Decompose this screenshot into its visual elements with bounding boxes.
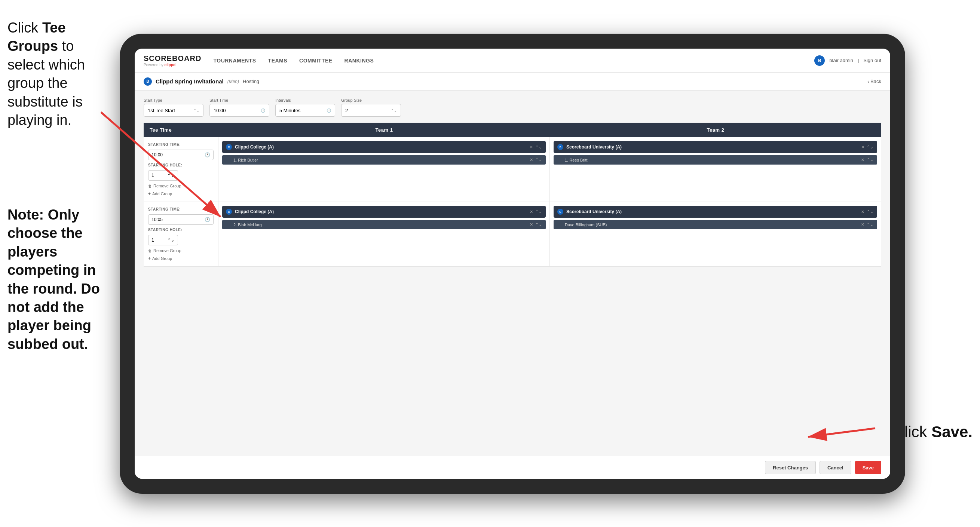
start-time-value: 10:00 [213, 108, 226, 113]
starting-time-label-2: STARTING TIME: [148, 207, 213, 211]
player2-arrow-1[interactable]: ⌃⌄ [867, 158, 873, 162]
starting-time-label-1: STARTING TIME: [148, 143, 213, 146]
hole-arrow-2: ⌃⌄ [167, 237, 175, 243]
team2-player-controls-1: ✕ ⌃⌄ [861, 158, 873, 162]
starting-time-input-1[interactable]: 10:00 🕐 [148, 150, 213, 160]
start-type-input[interactable]: 1st Tee Start ⌃⌄ [144, 104, 204, 117]
start-time-label: Start Time [210, 98, 269, 102]
team1-x-1[interactable]: ✕ [530, 145, 533, 150]
subheader-left: B Clippd Spring Invitational (Men) Hosti… [144, 77, 259, 86]
navbar: SCOREBOARD Powered by clippd TOURNAMENTS… [135, 49, 890, 73]
team2-card-left-2: S Scoreboard University (A) [557, 209, 622, 215]
starting-hole-input-2[interactable]: 1 ⌃⌄ [148, 235, 178, 245]
team2-controls-2: ✕ ⌃⌄ [861, 209, 873, 214]
team2-card-1[interactable]: S Scoreboard University (A) ✕ ⌃⌄ [554, 141, 877, 153]
team2-x-2[interactable]: ✕ [861, 209, 864, 214]
logo-powered: Powered by clippd [144, 63, 201, 67]
team2-player-1[interactable]: 1. Rees Britt ✕ ⌃⌄ [554, 155, 877, 165]
tee-group-row-2: STARTING TIME: 10:05 🕐 STARTING HOLE: 1 … [144, 202, 881, 267]
team1-player-1[interactable]: 1. Rich Butler ✕ ⌃⌄ [222, 155, 546, 165]
team1-controls-1: ✕ ⌃⌄ [530, 145, 542, 150]
tablet-screen: SCOREBOARD Powered by clippd TOURNAMENTS… [135, 49, 890, 479]
player1-x-2[interactable]: ✕ [530, 222, 533, 227]
note-label: Note: Only choose the players competing … [8, 207, 100, 352]
player2-arrow-2[interactable]: ⌃⌄ [867, 222, 873, 227]
start-type-arrow: ⌃⌄ [193, 108, 199, 113]
intervals-input[interactable]: 5 Minutes 🕐 [275, 104, 335, 117]
team1-dot-2: C [226, 209, 232, 215]
group-size-value: 2 [345, 108, 348, 113]
team2-player-2[interactable]: Dave Billingham (SUB) ✕ ⌃⌄ [554, 220, 877, 229]
nav-rankings[interactable]: RANKINGS [345, 57, 374, 64]
nav-tournaments[interactable]: TOURNAMENTS [213, 57, 256, 64]
remove-group-btn-2[interactable]: Remove Group [148, 248, 213, 253]
sign-out-link[interactable]: Sign out [863, 57, 881, 63]
player1-x-1[interactable]: ✕ [530, 158, 533, 162]
team2-arrow-1[interactable]: ⌃⌄ [867, 145, 873, 150]
remove-group-btn-1[interactable]: Remove Group [148, 184, 213, 188]
note-text: Note: Only choose the players competing … [0, 198, 116, 361]
player1-arrow-2[interactable]: ⌃⌄ [535, 222, 542, 227]
starting-hole-label-1: STARTING HOLE: [148, 163, 213, 167]
hole-arrow-1: ⌃⌄ [167, 173, 175, 178]
col-team2: Team 2 [550, 123, 881, 137]
team1-card-left-2: C Clippd College (A) [226, 209, 274, 215]
team1-arrow-2[interactable]: ⌃⌄ [535, 209, 542, 214]
team2-dot-1: S [557, 144, 563, 150]
team2-name-1: Scoreboard University (A) [566, 144, 622, 150]
team1-name-1: Clippd College (A) [235, 144, 274, 150]
logo-area: SCOREBOARD Powered by clippd [144, 54, 201, 67]
start-time-input[interactable]: 10:00 🕐 [210, 104, 269, 117]
team1-cell-1: C Clippd College (A) ✕ ⌃⌄ 1. Rich Butler… [218, 137, 550, 202]
team2-dot-2: S [557, 209, 563, 215]
start-time-field: Start Time 10:00 🕐 [210, 98, 269, 117]
team2-card-2[interactable]: S Scoreboard University (A) ✕ ⌃⌄ [554, 206, 877, 218]
intervals-value: 5 Minutes [279, 108, 301, 113]
team1-player-2[interactable]: 2. Blair McHarg ✕ ⌃⌄ [222, 220, 546, 229]
tablet-device: SCOREBOARD Powered by clippd TOURNAMENTS… [120, 33, 905, 494]
tee-table-header: Tee Time Team 1 Team 2 [144, 123, 881, 137]
add-group-btn-1[interactable]: Add Group [148, 191, 213, 196]
tee-group-left-2: STARTING TIME: 10:05 🕐 STARTING HOLE: 1 … [144, 202, 218, 266]
player2-x-1[interactable]: ✕ [861, 158, 864, 162]
start-time-clock-icon: 🕐 [261, 108, 265, 113]
team1-card-1[interactable]: C Clippd College (A) ✕ ⌃⌄ [222, 141, 546, 153]
starting-time-input-2[interactable]: 10:05 🕐 [148, 214, 213, 225]
player2-x-2[interactable]: ✕ [861, 222, 864, 227]
nav-teams[interactable]: TEAMS [268, 57, 288, 64]
team2-name-2: Scoreboard University (A) [566, 209, 622, 214]
team1-card-2[interactable]: C Clippd College (A) ✕ ⌃⌄ [222, 206, 546, 218]
team1-cell-2: C Clippd College (A) ✕ ⌃⌄ 2. Blair McHar… [218, 202, 550, 266]
team2-arrow-2[interactable]: ⌃⌄ [867, 209, 873, 214]
team1-card-left-1: C Clippd College (A) [226, 144, 274, 150]
time-icon-1: 🕐 [205, 152, 210, 158]
nav-right: B blair admin | Sign out [814, 55, 881, 66]
team1-arrow-1[interactable]: ⌃⌄ [535, 145, 542, 150]
reset-button[interactable]: Reset Changes [765, 461, 816, 474]
col-team1: Team 1 [218, 123, 550, 137]
group-size-field: Group Size 2 ⌃⌄ [341, 98, 401, 117]
cancel-button[interactable]: Cancel [819, 461, 851, 474]
settings-row: Start Type 1st Tee Start ⌃⌄ Start Time 1… [144, 98, 881, 117]
start-type-field: Start Type 1st Tee Start ⌃⌄ [144, 98, 204, 117]
player1-arrow-1[interactable]: ⌃⌄ [535, 158, 542, 162]
main-content: Start Type 1st Tee Start ⌃⌄ Start Time 1… [135, 91, 890, 456]
add-group-btn-2[interactable]: Add Group [148, 256, 213, 261]
back-link[interactable]: Back [867, 78, 881, 84]
user-avatar: B [814, 55, 825, 66]
starting-hole-input-1[interactable]: 1 ⌃⌄ [148, 170, 178, 181]
team1-x-2[interactable]: ✕ [530, 209, 533, 214]
team1-controls-2: ✕ ⌃⌄ [530, 209, 542, 214]
group-size-input[interactable]: 2 ⌃⌄ [341, 104, 401, 117]
team1-dot-1: C [226, 144, 232, 150]
team2-x-1[interactable]: ✕ [861, 145, 864, 150]
team2-controls-1: ✕ ⌃⌄ [861, 145, 873, 150]
user-name: blair admin [829, 57, 853, 63]
intervals-field: Intervals 5 Minutes 🕐 [275, 98, 335, 117]
tee-groups-bold: Tee Groups [8, 20, 66, 54]
save-button[interactable]: Save [855, 461, 881, 474]
team1-name-2: Clippd College (A) [235, 209, 274, 214]
nav-committee[interactable]: COMMITTEE [299, 57, 332, 64]
group-size-arrow: ⌃⌄ [391, 108, 397, 113]
footer-bar: Reset Changes Cancel Save [135, 456, 890, 479]
